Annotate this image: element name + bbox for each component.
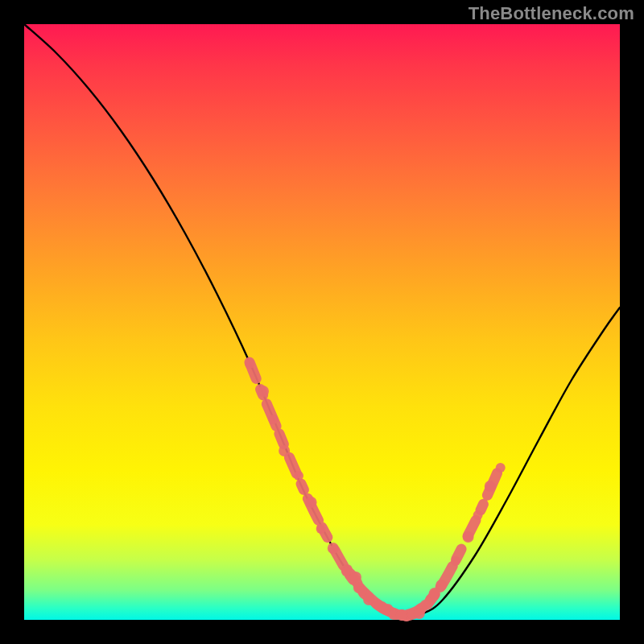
rough-dot bbox=[245, 359, 254, 369]
rough-dot bbox=[414, 608, 425, 619]
rough-dot bbox=[451, 556, 460, 566]
rough-dot bbox=[279, 445, 290, 456]
rough-dot bbox=[396, 609, 407, 621]
rough-dot bbox=[268, 415, 278, 424]
rough-dot bbox=[350, 572, 361, 583]
rough-dot bbox=[294, 471, 303, 481]
curve-layer bbox=[24, 24, 620, 620]
rough-dot bbox=[306, 497, 317, 508]
rough-dot bbox=[429, 588, 440, 599]
rough-dot bbox=[420, 600, 430, 609]
rough-dot bbox=[496, 463, 506, 473]
rough-dot bbox=[363, 594, 374, 605]
rough-dot bbox=[463, 531, 474, 543]
rough-dot bbox=[328, 543, 339, 554]
rough-dot bbox=[258, 386, 269, 397]
rough-segment-left bbox=[250, 362, 402, 616]
rough-dot bbox=[316, 524, 326, 534]
rough-dot bbox=[357, 586, 366, 596]
rough-segment-right bbox=[407, 469, 499, 615]
chart-frame: TheBottleneck.com bbox=[0, 0, 644, 644]
watermark-text: TheBottleneck.com bbox=[469, 3, 634, 24]
rough-dot bbox=[473, 510, 483, 520]
rough-dot bbox=[341, 567, 351, 576]
rough-dot bbox=[485, 481, 496, 492]
